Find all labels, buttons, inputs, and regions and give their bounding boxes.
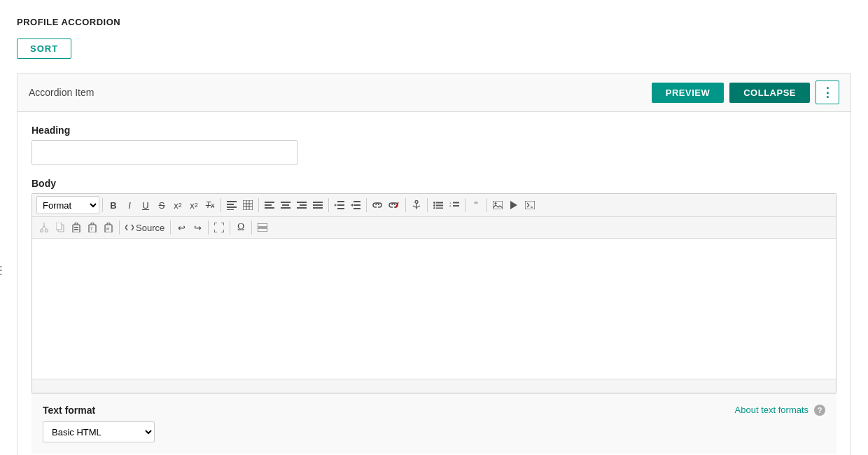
- svg-rect-15: [297, 202, 307, 203]
- blockquote-button[interactable]: ": [468, 197, 484, 214]
- strikethrough-button[interactable]: S: [154, 197, 169, 214]
- italic-button[interactable]: I: [122, 197, 137, 214]
- svg-rect-25: [354, 201, 360, 202]
- sep4: [328, 198, 329, 212]
- show-blocks-button[interactable]: [255, 219, 270, 236]
- svg-point-50: [46, 230, 48, 232]
- svg-rect-45: [525, 201, 535, 209]
- svg-rect-57: [74, 227, 78, 228]
- svg-rect-14: [281, 207, 290, 209]
- svg-rect-26: [354, 204, 360, 206]
- svg-rect-39: [453, 202, 459, 204]
- svg-point-34: [433, 204, 435, 206]
- sep2: [220, 198, 221, 212]
- about-formats-link[interactable]: About text formats: [735, 405, 809, 415]
- sep8: [465, 198, 465, 212]
- toolbar-row2: T W Source ↩ ↪: [32, 217, 836, 239]
- about-text-formats: About text formats ?: [735, 404, 825, 416]
- bold-button[interactable]: B: [106, 197, 121, 214]
- decrease-indent-button[interactable]: [332, 197, 347, 214]
- align-left2-button[interactable]: [262, 197, 277, 214]
- image-button[interactable]: [490, 197, 505, 214]
- svg-rect-17: [297, 207, 307, 209]
- svg-rect-2: [227, 206, 237, 208]
- sep-r2-3: [208, 220, 209, 234]
- svg-point-49: [41, 230, 43, 232]
- sep7: [427, 198, 428, 212]
- svg-rect-22: [337, 204, 344, 206]
- svg-rect-10: [265, 204, 272, 206]
- svg-rect-19: [313, 204, 323, 206]
- more-button[interactable]: ⋮: [816, 80, 839, 104]
- text-format-select[interactable]: Basic HTML Full HTML Plain Text Restrict…: [43, 421, 155, 442]
- svg-rect-58: [74, 229, 78, 230]
- svg-rect-13: [282, 204, 289, 206]
- numberedlist-button[interactable]: 1.2.: [447, 197, 462, 214]
- svg-marker-24: [335, 204, 337, 206]
- accordion-actions: PREVIEW COLLAPSE ⋮: [652, 80, 839, 104]
- svg-rect-27: [354, 208, 360, 209]
- remove-format-button[interactable]: Tx: [202, 197, 218, 214]
- svg-point-36: [433, 207, 435, 209]
- toolbar-row1: Format Heading 1 Heading 2 Heading 3 Nor…: [32, 194, 836, 217]
- svg-rect-64: [258, 228, 267, 232]
- anchor-button[interactable]: [409, 197, 424, 214]
- text-format-section: Text format About text formats ? Basic H…: [31, 393, 836, 454]
- paste-button[interactable]: [69, 219, 84, 236]
- superscript-button[interactable]: x2: [170, 197, 186, 214]
- cut-button[interactable]: [36, 219, 52, 236]
- align-left-button[interactable]: [224, 197, 239, 214]
- paste-text-button[interactable]: T: [85, 219, 100, 236]
- table-button[interactable]: [240, 197, 255, 214]
- copy-button[interactable]: [52, 219, 68, 236]
- svg-rect-35: [436, 205, 443, 206]
- align-center-button[interactable]: [278, 197, 293, 214]
- svg-line-46: [527, 203, 529, 205]
- undo-button[interactable]: ↩: [174, 219, 189, 236]
- editor-content-area[interactable]: [32, 239, 836, 379]
- help-icon: ?: [814, 405, 825, 416]
- bulletlist-button[interactable]: [430, 197, 446, 214]
- embed-button[interactable]: [522, 197, 538, 214]
- svg-rect-16: [300, 204, 307, 206]
- increase-indent-button[interactable]: [348, 197, 363, 214]
- preview-button[interactable]: PREVIEW: [652, 83, 724, 103]
- sort-button[interactable]: SORT: [17, 38, 71, 59]
- sep-r2-5: [251, 220, 252, 234]
- accordion-item: Accordion Item PREVIEW COLLAPSE ⋮ Headin…: [17, 73, 851, 455]
- collapse-button[interactable]: COLLAPSE: [729, 83, 810, 103]
- format-select[interactable]: Format Heading 1 Heading 2 Heading 3 Nor…: [36, 196, 99, 214]
- special-char-button[interactable]: Ω: [233, 219, 248, 236]
- svg-point-30: [415, 201, 418, 204]
- sep-r2-1: [119, 220, 120, 234]
- svg-rect-1: [227, 204, 234, 205]
- svg-point-43: [495, 202, 497, 204]
- svg-rect-18: [313, 202, 323, 203]
- svg-point-32: [433, 202, 435, 204]
- svg-rect-41: [453, 205, 459, 206]
- accordion-header: Accordion Item PREVIEW COLLAPSE ⋮: [18, 74, 850, 112]
- fullscreen-button[interactable]: [211, 219, 227, 236]
- redo-button[interactable]: ↪: [190, 219, 205, 236]
- paste-word-button[interactable]: W: [101, 219, 116, 236]
- accordion-item-label: Accordion Item: [29, 87, 94, 98]
- svg-rect-4: [243, 200, 253, 210]
- justify-button[interactable]: [310, 197, 326, 214]
- heading-input[interactable]: [31, 140, 298, 165]
- svg-rect-33: [436, 202, 443, 204]
- underline-button[interactable]: U: [138, 197, 153, 214]
- svg-rect-11: [265, 207, 274, 209]
- media-button[interactable]: [506, 197, 522, 214]
- svg-line-47: [527, 205, 529, 207]
- source-button[interactable]: Source: [122, 219, 167, 236]
- sep9: [486, 198, 487, 212]
- align-right-button[interactable]: [294, 197, 309, 214]
- unlink-button[interactable]: [386, 197, 402, 214]
- svg-rect-37: [436, 208, 443, 209]
- svg-line-52: [44, 226, 47, 230]
- sep5: [366, 198, 367, 212]
- sep3: [258, 198, 259, 212]
- link-button[interactable]: [370, 197, 385, 214]
- svg-rect-3: [227, 209, 234, 210]
- subscript-button[interactable]: x2: [186, 197, 202, 214]
